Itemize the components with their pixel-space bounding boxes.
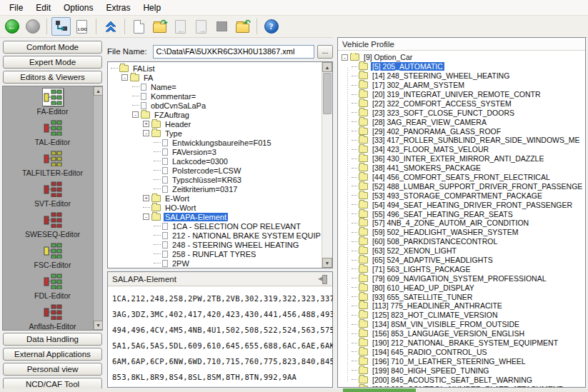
editor-item-fdl-editor[interactable]: FDL-Editor [3, 271, 102, 301]
tree-row[interactable]: [55] 496_SEAT_HEATING_REAR_SEATS [350, 209, 584, 218]
tree-row[interactable]: obdCvnSaLaPa [109, 101, 321, 110]
salapa-content[interactable]: 1CA,212,248,258,2PW,2TB,2VB,302,319,322,… [108, 286, 332, 389]
collapse-icon[interactable]: - [143, 130, 149, 136]
tree-row[interactable]: [65] 524_ADAPTIVE_HEADLIGHTS [350, 256, 584, 265]
scroll-up-icon[interactable]: ▲ [94, 86, 103, 96]
editors-scrollbar[interactable]: ▲ ▼ [93, 86, 102, 330]
tree-row[interactable]: [23] 323_SOFT_CLOSE_FUNCT_DOORS [350, 108, 584, 117]
tree-row[interactable]: 258 - RUNFLAT TYRES [109, 249, 321, 258]
tree-row[interactable]: Zeitkriterium=0317 [109, 184, 321, 194]
fa-tree-scrollbar[interactable]: ▲ ▼ [322, 62, 332, 268]
tree-row[interactable]: FAVersion=3 [109, 147, 321, 156]
menu-item-options[interactable]: Options [57, 1, 99, 15]
log-document-button[interactable]: LOG [72, 17, 91, 36]
tree-row[interactable]: [20] 319_INTEGRAT_UNIVER_REMOTE_CONTR [350, 90, 584, 99]
editor-item-tal-editor[interactable]: TAL-Editor [3, 117, 102, 148]
open-folder-button[interactable]: ↷ [150, 17, 169, 36]
workflow-button[interactable] [51, 17, 71, 36]
tree-row[interactable]: +Header [109, 119, 321, 129]
help-button[interactable]: ? [261, 17, 281, 36]
tree-row[interactable]: Typschlüssel=KR63 [109, 175, 321, 184]
tree-row[interactable]: Lackcode=0300 [109, 156, 321, 166]
editor-item-anflash-editor[interactable]: Anflash-Editor [3, 301, 102, 331]
tree-row[interactable]: [134] 8SM_VIN_VISIBLE_FROM_OUTSIDE [350, 320, 584, 329]
tree-row[interactable]: [196] 710_M_LEATHER_STEERING_WHEEL [350, 356, 584, 366]
tree-row[interactable]: [17] 302_ALARM_SYSTEM [350, 81, 584, 90]
tree-row[interactable]: [36] 430_INTER_EXTER_MIRROR_ANTI_DAZZLE [350, 154, 584, 164]
expand-chevrons-button[interactable] [101, 17, 120, 36]
tree-row[interactable]: [22] 322_COMFORT_ACCESS_SYSTEM [350, 99, 584, 108]
menu-item-edit[interactable]: Edit [29, 1, 57, 15]
tree-row[interactable]: [194] 645_RADIO_CONTROL_US [350, 348, 584, 357]
scroll-down-icon[interactable]: ▼ [322, 258, 332, 268]
menu-item-help[interactable]: Help [136, 1, 167, 15]
tree-row[interactable]: [59] 502_HEADLIGHT_WASHER_SYSTEM [350, 228, 584, 237]
tree-row[interactable]: [63] 522_XENON_LIGHT [350, 246, 584, 256]
expand-icon[interactable]: + [143, 121, 149, 127]
tree-row[interactable]: [156] 853_LANGUAGE_VERSION_ENGLISH [350, 329, 584, 338]
tree-row[interactable]: [52] 488_LUMBAR_SUPPORT_DRIVER_FRONT_PAS… [350, 181, 584, 191]
tree-row[interactable]: [79] 609_NAVIGATION_SYSTEM_PROFESSIONAL [350, 273, 584, 283]
editor-item-svt-editor[interactable]: SVT-Editor [3, 179, 102, 209]
expand-icon[interactable]: + [143, 195, 149, 201]
connect-button[interactable]: ← [2, 17, 21, 36]
tree-row[interactable]: 248 - STEERING WHEEL HEATING [109, 240, 321, 249]
editor-item-fsc-editor[interactable]: FSC-Editor [3, 240, 102, 271]
sidebar-button-personal-view[interactable]: Personal view [3, 363, 102, 376]
tree-row[interactable]: [34] 423_FLOOR_MATS_VELOUR [350, 145, 584, 154]
new-file-button[interactable] [129, 17, 149, 36]
tree-row[interactable]: [190] 212_NATIONAL_BRAKE_SYSTEM_EQUIPMEN… [350, 338, 584, 348]
tree-row[interactable]: [204] 992_CONTROL_NUMBER_PLATE_ATTACHMEN… [350, 384, 584, 387]
tree-row[interactable]: Name= [109, 82, 321, 91]
tree-row[interactable]: 212 - NATIONAL BRAKE SYSTEM EQUIPMENT [109, 231, 321, 240]
sidebar-button-external-applications[interactable]: External Applications [3, 348, 102, 361]
tree-row[interactable]: [80] 610_HEAD_UP_DISPLAY [350, 283, 584, 292]
menu-item-file[interactable]: File [3, 1, 29, 15]
tree-row[interactable]: +E-Wort [109, 194, 321, 203]
sidebar-button-comfort-mode[interactable]: Comfort Mode [3, 41, 102, 54]
tree-row[interactable]: [5] 205_AUTOMATIC [350, 62, 584, 71]
editor-item-sweseq-editor[interactable]: SWESEQ-Editor [3, 209, 102, 240]
tree-row[interactable]: [28] 3AG_REAR_VIEW_CAMERA [350, 117, 584, 126]
editor-item-talfilter-editor[interactable]: TALFILTER-Editor [3, 148, 102, 179]
tree-row[interactable]: [33] 417_ROLLER_SUNBLIND_REAR_SIDE_WINDO… [350, 136, 584, 145]
dock-left-icon[interactable] [318, 275, 328, 283]
tree-row[interactable]: [54] 494_SEAT_HEATING_DRIVER_FRONT_PASSE… [350, 200, 584, 209]
collapse-icon[interactable]: - [121, 74, 128, 81]
scroll-up-icon[interactable]: ▲ [322, 62, 332, 72]
tree-row[interactable]: [125] 823_HOT_CLIMATE_VERSION [350, 311, 584, 320]
tree-row[interactable]: [93] 655_SATELLITE_TUNER [350, 292, 584, 301]
tree-row[interactable]: [14] 248_STEERING_WHEEL_HEATING [350, 71, 584, 81]
tree-row[interactable]: [38] 441_SMOKERS_PACKAGE [350, 164, 584, 173]
tree-row[interactable]: [200] 845_ACOUSTIC_SEAT_BELT_WARNING [350, 375, 584, 384]
tree-row[interactable]: FAList [109, 64, 321, 73]
tree-row[interactable]: -SALAPA-Element [109, 212, 321, 221]
sidebar-button-data-handling[interactable]: Data Handling [3, 333, 102, 346]
file-path-input[interactable] [153, 45, 314, 59]
menu-item-extras[interactable]: Extras [99, 1, 136, 15]
tree-row[interactable]: -[9] Option_Car [340, 53, 584, 62]
tree-row[interactable]: [57] 4NB_4_ZONE_AUTOM_AIR_CONDITION [350, 218, 584, 228]
tree-row[interactable]: [71] 563_LIGHTS_PACKAGE [350, 264, 584, 273]
tree-row[interactable]: Polstercode=LCSW [109, 166, 321, 175]
tree-row[interactable]: 2PW [109, 258, 321, 268]
tree-row[interactable]: [199] 840_HIGH_SPEED_TUNING [350, 366, 584, 375]
tree-row[interactable]: Entwicklungsbaureihe=F015 [109, 138, 321, 147]
tree-row[interactable]: [53] 493_STORAGE_COMPARTMENT_PACKAGE [350, 191, 584, 200]
tree-row[interactable]: HO-Wort [109, 203, 321, 212]
tree-row[interactable]: [113] 775_HEADLINER_ANTHRACITE [350, 301, 584, 311]
sidebar-button-expert-mode[interactable]: Expert Mode [3, 56, 102, 69]
tree-row[interactable]: 1CA - SELECTION COP RELEVANT [109, 221, 321, 231]
tree-row[interactable]: -FZAuftrag [109, 110, 321, 119]
browse-button[interactable]: ... [317, 45, 333, 59]
tree-row[interactable]: [29] 402_PANORAMA_GLASS_ROOF [350, 126, 584, 136]
tree-row[interactable]: [44] 456_COMFORT_SEATS_FRONT_ELECTRICAL [350, 173, 584, 182]
collapse-icon[interactable]: - [342, 54, 348, 61]
tree-row[interactable]: -Type [109, 129, 321, 138]
scrollbar-thumb[interactable] [323, 73, 332, 114]
editor-item-fa-editor[interactable]: FA-Editor [3, 86, 102, 117]
sidebar-button-editors-viewers[interactable]: Editors & Viewers [3, 71, 102, 84]
tree-row[interactable]: Kommentar= [109, 91, 321, 101]
scroll-down-icon[interactable]: ▼ [94, 321, 103, 330]
tree-row[interactable]: [60] 508_PARKDISTANCECONTROL [350, 237, 584, 246]
